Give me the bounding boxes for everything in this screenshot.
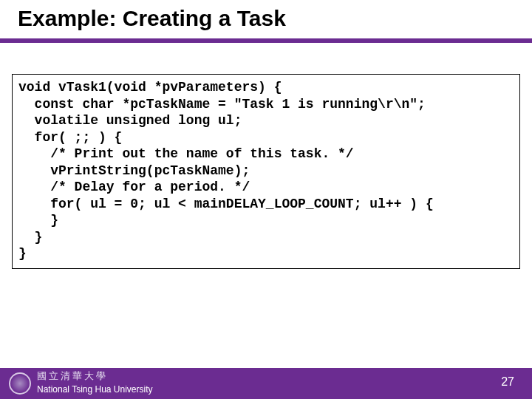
code-block: void vTask1(void *pvParameters) { const … xyxy=(12,74,520,269)
slide: Example: Creating a Task void vTask1(voi… xyxy=(0,0,532,399)
page-number: 27 xyxy=(501,375,514,389)
footer-bar: 國立清華大學 National Tsing Hua University 27 xyxy=(0,368,532,399)
university-name-en: National Tsing Hua University xyxy=(37,384,153,395)
title-rule xyxy=(0,38,532,43)
university-name-cn: 國立清華大學 xyxy=(37,369,108,383)
university-seal-icon xyxy=(9,372,31,395)
slide-title: Example: Creating a Task xyxy=(18,6,286,31)
